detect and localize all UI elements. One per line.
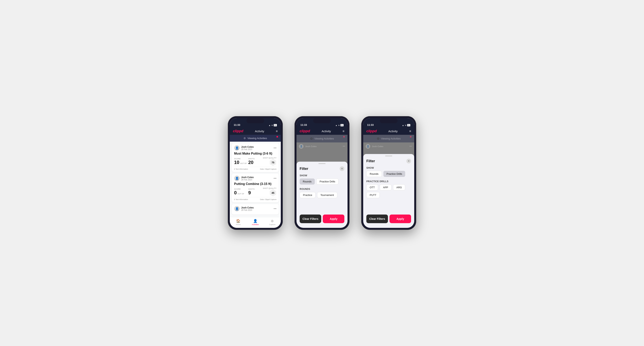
user-date-2: 28 Feb 2023 bbox=[241, 179, 254, 181]
show-label-3: Show bbox=[366, 167, 411, 169]
avatar-icon-3: 👤 bbox=[235, 207, 238, 210]
viewing-banner-1[interactable]: ⚙ Viewing Activities bbox=[230, 135, 281, 142]
shots-label-1: Shots bbox=[248, 158, 262, 160]
modal-header-3: Filter ✕ bbox=[363, 156, 414, 165]
banner-icon-3-bg: ⚙ bbox=[377, 137, 380, 141]
app-header-1: clippd Activity ≡ bbox=[230, 128, 281, 135]
activity-card-2: 👤 Josh Coles 28 Feb 2023 ••• Putting Com… bbox=[232, 173, 279, 202]
viewing-banner-2-bg: ⚙ Viewing Activities bbox=[296, 135, 348, 143]
status-icons-2: ▲ ≋ 51 bbox=[335, 124, 344, 126]
header-title-1: Activity bbox=[255, 130, 264, 133]
nav-home-1[interactable]: 🏠 Home bbox=[230, 219, 247, 225]
activities-icon-1: 👤 bbox=[253, 219, 258, 223]
menu-icon-1[interactable]: ≡ bbox=[276, 130, 278, 133]
pill-ott-3[interactable]: OTT bbox=[366, 184, 378, 190]
avatar-2-bg: 👤 bbox=[299, 144, 304, 149]
phone-3: 11:33 ▲ ≋ 51 clippd Activity ≡ ⚙ Viewing… bbox=[361, 116, 416, 230]
more-dots-2[interactable]: ••• bbox=[274, 177, 276, 180]
avatar-2: 👤 bbox=[234, 175, 240, 181]
footer-right-2: Data: Clippd Capture bbox=[260, 198, 276, 200]
nav-activities-1[interactable]: 👤 Activities bbox=[247, 219, 264, 225]
home-icon-1: 🏠 bbox=[236, 219, 240, 223]
user-info-2: 👤 Josh Coles 28 Feb 2023 bbox=[234, 175, 254, 181]
activity-title-2: Putting Combine (3-15 ft) bbox=[234, 182, 276, 186]
shot-quality-2: 45 bbox=[270, 189, 276, 196]
pill-arg-3[interactable]: ARG bbox=[393, 184, 405, 190]
drills-label-3: Practice Drills bbox=[366, 180, 411, 183]
banner-dot-1 bbox=[276, 136, 278, 138]
score-value-2: 0 bbox=[234, 190, 237, 195]
footer-left-1: ℹ Test Information bbox=[234, 168, 248, 170]
pill-practice-round-2[interactable]: Practice bbox=[300, 192, 316, 198]
out-of-2: OUT OF bbox=[238, 193, 244, 195]
out-of-1: OUT OF bbox=[240, 163, 247, 164]
pill-rounds-3[interactable]: Rounds bbox=[366, 171, 382, 177]
logo-1: clippd bbox=[233, 129, 243, 133]
app-header-2: clippd Activity ≡ bbox=[296, 128, 348, 135]
activity-card-1: 👤 Josh Coles 28 Feb 2023 ••• Must Make P… bbox=[232, 143, 279, 172]
pill-rounds-2[interactable]: Rounds bbox=[300, 178, 315, 184]
nav-home-label-1: Home bbox=[236, 223, 240, 225]
avatar-icon-2: 👤 bbox=[235, 177, 238, 180]
apply-button-3[interactable]: Apply bbox=[390, 214, 411, 223]
battery-icon-3: 51 bbox=[407, 124, 410, 126]
filter-drills-section-3: Practice Drills OTT APP ARG PUTT bbox=[363, 178, 414, 200]
show-label-2: Show bbox=[300, 174, 344, 177]
dynamic-island-2 bbox=[313, 118, 331, 123]
status-time-1: 11:33 bbox=[234, 123, 240, 126]
activity-card-3: 👤 Josh Coles 28 Feb 2023 ••• bbox=[232, 204, 279, 214]
wifi-icon-3: ≋ bbox=[405, 124, 406, 126]
shot-quality-1: 75 bbox=[270, 159, 276, 166]
pill-putt-3[interactable]: PUTT bbox=[366, 192, 380, 198]
user-name-2: Josh Coles bbox=[241, 176, 254, 179]
pill-practice-drills-3[interactable]: Practice Drills bbox=[384, 171, 405, 177]
round-pills-2: Practice Tournament bbox=[300, 192, 344, 198]
nav-activities-label-1: Activities bbox=[252, 223, 259, 225]
menu-icon-3[interactable]: ≡ bbox=[409, 130, 411, 133]
dynamic-island-3 bbox=[380, 118, 398, 123]
menu-icon-2[interactable]: ≡ bbox=[342, 130, 344, 133]
signal-icon-3: ▲ bbox=[402, 124, 404, 126]
avatar-3-bg: 👤 bbox=[366, 144, 370, 149]
sq-label-2: Shot Quality bbox=[263, 187, 276, 189]
filter-rounds-section-2: Rounds Practice Tournament bbox=[296, 186, 348, 200]
scroll-content-1[interactable]: 👤 Josh Coles 28 Feb 2023 ••• Must Make P… bbox=[230, 142, 281, 217]
close-button-3[interactable]: ✕ bbox=[406, 159, 411, 164]
user-name-1: Josh Coles bbox=[241, 146, 254, 148]
status-time-3: 11:33 bbox=[367, 123, 374, 126]
close-button-2[interactable]: ✕ bbox=[340, 166, 344, 171]
user-name-3: Josh Coles bbox=[241, 206, 254, 209]
pill-app-3[interactable]: APP bbox=[380, 184, 392, 190]
score-label-2: Score bbox=[234, 188, 248, 190]
footer-right-1: Data: Clippd Capture bbox=[260, 168, 276, 170]
header-title-3: Activity bbox=[388, 130, 398, 133]
nav-capture-1[interactable]: ⊕ Capture bbox=[264, 219, 281, 225]
apply-button-2[interactable]: Apply bbox=[323, 214, 344, 223]
clear-filters-button-2[interactable]: Clear Filters bbox=[300, 214, 321, 223]
modal-footer-3: Clear Filters Apply bbox=[363, 211, 414, 225]
more-dots-1[interactable]: ••• bbox=[274, 146, 276, 150]
dynamic-island-1 bbox=[246, 118, 264, 123]
pill-practice-drills-2[interactable]: Practice Drills bbox=[316, 178, 338, 184]
wifi-icon: ≋ bbox=[271, 124, 273, 126]
status-icons-1: ▲ ≋ 51 bbox=[269, 124, 277, 126]
capture-icon-1: ⊕ bbox=[271, 219, 274, 223]
header-title-2: Activity bbox=[322, 130, 331, 133]
user-info-3: 👤 Josh Coles 28 Feb 2023 bbox=[234, 206, 254, 211]
show-pills-3: Rounds Practice Drills bbox=[366, 171, 411, 177]
bottom-nav-1: 🏠 Home 👤 Activities ⊕ Capture bbox=[230, 217, 281, 228]
clear-filters-button-3[interactable]: Clear Filters bbox=[366, 214, 388, 223]
modal-title-3: Filter bbox=[366, 159, 375, 163]
rounds-label-2: Rounds bbox=[300, 188, 344, 190]
banner-settings-icon-1: ⚙ bbox=[244, 137, 246, 140]
status-time-2: 11:33 bbox=[300, 123, 307, 126]
banner-icon-2-bg: ⚙ bbox=[310, 137, 313, 141]
user-date-1: 28 Feb 2023 bbox=[241, 148, 254, 151]
user-info-1: 👤 Josh Coles 28 Feb 2023 bbox=[234, 145, 254, 151]
more-dots-3[interactable]: ••• bbox=[274, 207, 276, 210]
pill-tournament-2[interactable]: Tournament bbox=[317, 192, 337, 198]
avatar-1: 👤 bbox=[234, 145, 240, 151]
filter-show-section-3: Show Rounds Practice Drills bbox=[363, 165, 414, 178]
activity-title-1: Must Make Putting (3-6 ft) bbox=[234, 152, 276, 155]
user-date-3: 28 Feb 2023 bbox=[241, 209, 254, 211]
